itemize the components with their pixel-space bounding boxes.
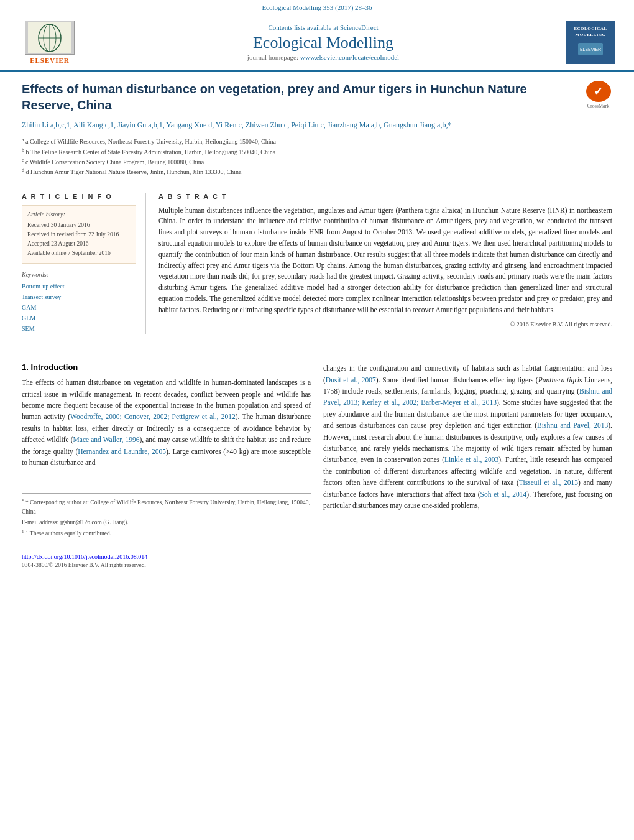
history-accepted: Accepted 23 August 2016 [27,239,131,249]
journal-logo-right: ECOLOGICAL MODELLING ELSEVIER [566,21,615,64]
section-divider [22,353,612,353]
eco-logo-text: ECOLOGICAL MODELLING [574,26,607,37]
right-col-text: changes in the configuration and connect… [323,362,612,511]
keyword-4: GLM [22,313,136,323]
affiliation-b: b b The Feline Research Center of State … [22,147,612,157]
affiliations: a a College of Wildlife Resources, North… [22,136,612,177]
ref-mace[interactable]: Mace and Waller, 1996 [73,436,140,443]
footer-notes: * * Corresponding author at: College of … [22,493,311,568]
journal-citation: Ecological Modelling 353 (2017) 28–36 [262,4,372,11]
crossmark-icon: ✓ [586,81,611,102]
keyword-1: Bottom-up effect [22,281,136,292]
intro-text: The effects of human disturbance on vege… [22,377,311,468]
elsevier-logo: ELSEVIER [19,21,81,64]
keyword-2: Transect survey [22,292,136,302]
abstract-col: A B S T R A C T Multiple human disturban… [158,193,612,335]
ref-soh[interactable]: Soh et al., 2014 [480,491,527,498]
history-online: Available online 7 September 2016 [27,249,131,258]
indirectly-word: Indirectly [146,425,174,432]
journal-title: Ecological Modelling [81,34,566,52]
footnote-email: E-mail address: jgshun@126.com (G. Jiang… [22,518,311,527]
ref-hernandez[interactable]: Hernandez and Laundre, 2005 [78,448,166,455]
footer-copyright: 0304-3800/© 2016 Elsevier B.V. All right… [22,562,311,568]
ref-tisseuil[interactable]: Tisseuil et al., 2013 [519,479,578,486]
elsevier-logo-image [25,21,75,55]
history-title: Article history: [27,211,131,218]
abstract-title: A B S T R A C T [158,193,612,200]
keyword-3: GAM [22,302,136,313]
journal-homepage-link[interactable]: www.elsevier.com/locate/ecolmodel [300,53,399,61]
ref-linkle[interactable]: Linkle et al., 2003 [444,456,498,463]
ref-bishnu2[interactable]: Bishnu and Pavel, 2013 [537,422,608,429]
article-history-box: Article history: Received 30 January 201… [22,205,136,264]
sciencedirect-anchor[interactable]: ScienceDirect [340,24,379,31]
authors: Zhilin Li a,b,c,1, Aili Kang c,1, Jiayin… [22,119,612,131]
journal-homepage: journal homepage: www.elsevier.com/locat… [81,53,566,61]
ref-woodroffe[interactable]: Woodroffe, 2000; Conover, 2002; Pettigre… [70,413,236,420]
journal-citation-bar: Ecological Modelling 353 (2017) 28–36 [0,0,634,14]
body-right-col: changes in the configuration and connect… [323,362,612,568]
footnote-equal: 1 1 These authors equally contributed. [22,528,311,538]
affiliation-c: c c Wildlife Conservation Society China … [22,157,612,167]
elsevier-label: ELSEVIER [30,57,70,64]
crossmark: ✓ CrossMark [584,81,612,109]
article-container: Effects of human disturbance on vegetati… [0,72,634,343]
article-info-title: A R T I C L E I N F O [22,193,136,200]
body-section: 1. Introduction The effects of human dis… [0,362,634,568]
footnote-corresponding: * * Corresponding author at: College of … [22,497,311,516]
article-info-col: A R T I C L E I N F O Article history: R… [22,193,146,335]
journal-header: ELSEVIER Contents lists available at Sci… [0,14,634,72]
affiliation-a: a a College of Wildlife Resources, North… [22,136,612,146]
article-title: Effects of human disturbance on vegetati… [22,81,575,113]
intro-heading: 1. Introduction [22,362,311,372]
keywords-section: Keywords: Bottom-up effect Transect surv… [22,271,136,334]
doi-link[interactable]: http://dx.doi.org/10.1016/j.ecolmodel.20… [22,553,311,560]
abstract-text: Multiple human disturbances influence th… [158,205,612,316]
article-header: Effects of human disturbance on vegetati… [22,81,612,113]
sciencedirect-link: Contents lists available at ScienceDirec… [81,24,566,31]
history-received: Received 30 January 2016 [27,221,131,230]
affiliation-d: d d Hunchun Amur Tiger National Nature R… [22,167,612,177]
article-info-abstract-section: A R T I C L E I N F O Article history: R… [22,185,612,335]
journal-center-header: Contents lists available at ScienceDirec… [81,24,566,61]
history-revised: Received in revised form 22 July 2016 [27,230,131,239]
crossmark-label: CrossMark [587,103,610,109]
abstract-copyright: © 2016 Elsevier B.V. All rights reserved… [158,321,612,328]
svg-text:ELSEVIER: ELSEVIER [580,47,601,52]
ref-bishnu[interactable]: Bishnu and Pavel, 2013; Kerley et al., 2… [323,387,612,406]
ref-dusit[interactable]: Dusit et al., 2007 [326,376,376,384]
body-left-col: 1. Introduction The effects of human dis… [22,362,311,568]
keyword-5: SEM [22,323,136,334]
keywords-title: Keywords: [22,271,136,278]
